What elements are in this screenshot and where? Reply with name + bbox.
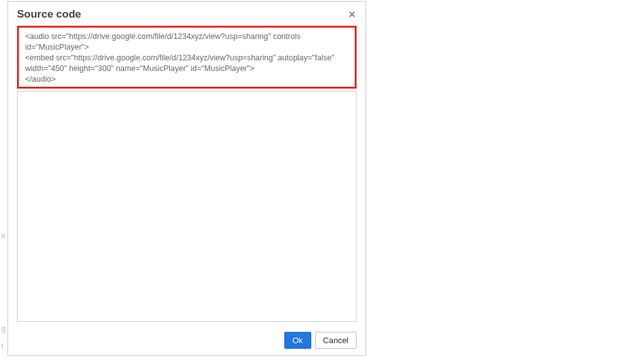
bg-letter: e <box>1 231 6 240</box>
code-highlight-region: <audio src="https://drive.google.com/fil… <box>17 26 357 89</box>
cancel-button[interactable]: Cancel <box>315 332 357 349</box>
source-code-dialog: Source code × <audio src="https://drive.… <box>8 1 366 356</box>
dialog-title: Source code <box>17 8 81 21</box>
code-preview-text: <audio src="https://drive.google.com/fil… <box>20 29 353 85</box>
code-line: <embed src="https://drive.google.com/fil… <box>25 53 335 73</box>
code-line: </audio> <box>25 75 56 84</box>
bg-letter: g <box>1 324 6 333</box>
code-line: <audio src="https://drive.google.com/fil… <box>25 32 301 52</box>
dialog-body: <audio src="https://drive.google.com/fil… <box>8 26 365 327</box>
source-code-textarea[interactable] <box>17 91 357 322</box>
bg-letter: t <box>1 342 3 351</box>
dialog-header: Source code × <box>8 2 365 26</box>
ok-button[interactable]: Ok <box>284 332 311 349</box>
dialog-footer: Ok Cancel <box>8 327 365 355</box>
background-hint-letters: e g t <box>1 0 8 362</box>
close-icon[interactable]: × <box>347 9 357 20</box>
